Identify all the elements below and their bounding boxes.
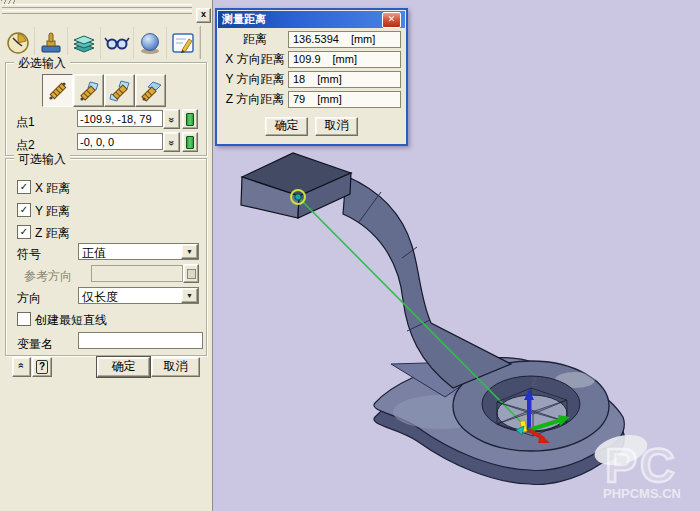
toolbar-gripper[interactable]	[2, 4, 192, 8]
measure-type-buttons	[42, 74, 166, 107]
distance-value: 136.5394	[293, 33, 339, 45]
point1-label: 点1	[16, 114, 35, 131]
distance-unit: [mm]	[351, 33, 375, 45]
glasses-icon[interactable]	[101, 27, 134, 59]
panel-ok-button[interactable]: 确定	[97, 357, 150, 377]
x-distance-row: X 方向距离 109.9 [mm]	[222, 49, 401, 69]
dialog-title: 测量距离	[222, 12, 266, 27]
x-distance-field: 109.9 [mm]	[288, 51, 401, 68]
create-shortest-line-label: 创建最短直线	[35, 312, 107, 329]
optional-group-title: 可选输入	[14, 151, 70, 168]
point1-constructor-button[interactable]	[182, 109, 198, 129]
required-input-group: 必选输入 点1 » 点2 »	[5, 62, 207, 156]
x-distance-label: X 距离	[35, 180, 70, 197]
z-distance-label: Z 距离	[35, 225, 70, 242]
combo-arrow-icon[interactable]: ▼	[181, 288, 198, 303]
sign-value: 正值	[79, 244, 181, 259]
z-axis-label: Z	[531, 377, 537, 388]
create-shortest-line-checkbox[interactable]	[17, 312, 31, 326]
panel-cancel-button[interactable]: 取消	[151, 357, 200, 377]
y-distance-unit: [mm]	[317, 73, 341, 85]
sphere-icon[interactable]	[134, 27, 167, 59]
dialog-titlebar[interactable]: 测量距离 ✕	[218, 11, 405, 28]
variable-name-input[interactable]	[78, 332, 203, 349]
sign-combobox[interactable]: 正值 ▼	[78, 243, 199, 260]
point2-input[interactable]	[77, 133, 163, 150]
reference-direction-label: 参考方向	[24, 268, 72, 285]
watermark-text: PHPCMS.CN	[603, 486, 681, 501]
distance-row: 距离 136.5394 [mm]	[222, 29, 401, 49]
collapse-panel-button[interactable]: »	[12, 357, 31, 377]
z-distance-row: Z 方向距离 79 [mm]	[222, 89, 401, 109]
app-window: Z PC PHPCMS.CN x	[0, 0, 700, 511]
y-distance-row: Y 方向距离 18 [mm]	[222, 69, 401, 89]
measure-panel: x 必选输入	[0, 0, 213, 511]
direction-label: 方向	[17, 290, 41, 307]
measure-point-to-point-button[interactable]	[42, 74, 73, 107]
watermark-logo: PC	[605, 439, 678, 492]
y-distance-label: Y 方向距离	[222, 71, 288, 88]
measure-point-to-object-button[interactable]	[73, 74, 104, 107]
reference-direction-input	[91, 265, 183, 282]
layers-icon[interactable]	[68, 27, 101, 59]
y-distance-value: 18	[293, 73, 305, 85]
edit-note-icon[interactable]	[167, 27, 200, 59]
measure-point-to-plane-button[interactable]	[135, 74, 166, 107]
distance-field: 136.5394 [mm]	[288, 31, 401, 48]
hole-floor	[497, 395, 567, 431]
point1-input[interactable]	[77, 110, 163, 127]
z-distance-field: 79 [mm]	[288, 91, 401, 108]
watermark: PC PHPCMS.CN	[603, 439, 681, 501]
point2-options-chevron[interactable]: »	[163, 132, 180, 152]
measure-distance-dialog: 测量距离 ✕ 距离 136.5394 [mm] X 方向距离 109.9 [mm…	[215, 8, 408, 146]
z-distance-value: 79	[293, 93, 305, 105]
help-icon: ?	[36, 360, 48, 374]
optional-input-group: 可选输入 ✓ X 距离 ✓ Y 距离 ✓ Z 距离 符号 正值 ▼ 参考方向 方…	[5, 158, 207, 356]
z-distance-label: Z 方向距离	[222, 91, 288, 108]
z-distance-unit: [mm]	[317, 93, 341, 105]
dialog-close-button[interactable]: ✕	[382, 12, 401, 28]
green-led-icon	[186, 136, 194, 149]
point2-constructor-button[interactable]	[182, 132, 198, 152]
gauge-icon[interactable]	[2, 27, 35, 59]
required-group-title: 必选输入	[14, 55, 70, 72]
x-distance-checkbox[interactable]: ✓	[17, 180, 31, 194]
x-distance-label: X 方向距离	[222, 51, 288, 68]
y-distance-label: Y 距离	[35, 203, 70, 220]
dialog-cancel-button[interactable]: 取消	[315, 117, 358, 136]
dialog-buttons: 确定 取消	[217, 117, 406, 136]
y-distance-checkbox[interactable]: ✓	[17, 203, 31, 217]
toolbar-gripper-2[interactable]	[2, 10, 192, 14]
x-distance-unit: [mm]	[333, 53, 357, 65]
panel-close-button[interactable]: x	[196, 8, 211, 23]
direction-combobox[interactable]: 仅长度 ▼	[78, 287, 199, 304]
variable-name-label: 变量名	[17, 336, 53, 353]
dialog-ok-button[interactable]: 确定	[265, 117, 308, 136]
stamp-icon[interactable]	[35, 27, 68, 59]
point1-options-chevron[interactable]: »	[163, 109, 180, 129]
y-distance-field: 18 [mm]	[288, 71, 401, 88]
green-led-icon	[186, 113, 194, 126]
distance-label: 距离	[222, 31, 288, 48]
measure-object-to-object-button[interactable]	[104, 74, 135, 107]
direction-value: 仅长度	[79, 288, 181, 303]
z-distance-checkbox[interactable]: ✓	[17, 225, 31, 239]
sign-label: 符号	[17, 246, 41, 263]
vector-picker-icon	[187, 269, 196, 279]
arm	[343, 176, 511, 388]
x-distance-value: 109.9	[293, 53, 321, 65]
help-button[interactable]: ?	[32, 357, 52, 377]
combo-arrow-icon[interactable]: ▼	[181, 244, 198, 259]
reference-direction-picker-button	[183, 264, 199, 283]
